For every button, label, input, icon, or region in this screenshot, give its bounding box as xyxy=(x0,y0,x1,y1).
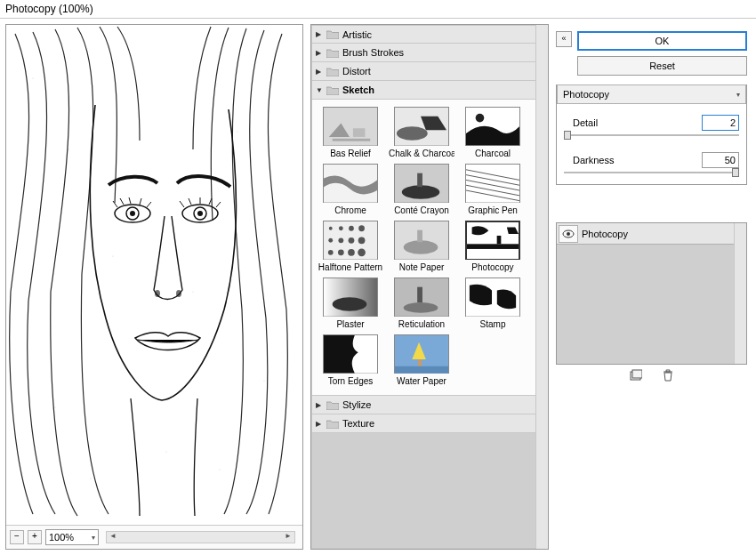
detail-label: Detail xyxy=(564,117,598,128)
darkness-input[interactable] xyxy=(702,152,739,168)
filter-thumb-torn-edges[interactable]: Torn Edges xyxy=(318,334,383,386)
preview-horizontal-scrollbar[interactable]: ◄ ► xyxy=(106,531,295,543)
category-sketch[interactable]: ▼ Sketch xyxy=(311,81,548,100)
scroll-right-icon[interactable]: ► xyxy=(282,532,294,543)
filter-thumb-chalk-charcoal[interactable]: Chalk & Charcoal xyxy=(389,107,454,158)
category-label: Texture xyxy=(342,418,374,429)
filter-thumbnail xyxy=(323,107,378,146)
filter-thumbnail xyxy=(323,221,378,260)
preview-image[interactable] xyxy=(6,25,291,519)
filter-thumb-plaster[interactable]: Plaster xyxy=(318,278,383,329)
svg-point-48 xyxy=(329,227,333,230)
category-texture[interactable]: ▶ Texture xyxy=(311,414,548,433)
filter-thumb-note-paper[interactable]: Note Paper xyxy=(389,221,454,272)
triangle-right-icon: ▶ xyxy=(316,420,323,428)
category-artistic[interactable]: ▶ Artistic xyxy=(311,25,548,44)
filter-thumbnail xyxy=(394,107,449,146)
category-brush-strokes[interactable]: ▶ Brush Strokes xyxy=(311,44,548,62)
filter-thumb-conte-crayon[interactable]: Conté Crayon xyxy=(389,164,454,215)
layer-row-photocopy[interactable]: Photocopy xyxy=(557,223,746,245)
filter-thumbnail xyxy=(394,278,449,317)
zoom-value: 100% xyxy=(49,532,74,543)
filter-thumb-charcoal[interactable]: Charcoal xyxy=(460,107,526,158)
darkness-slider[interactable] xyxy=(564,172,739,173)
filter-thumbnail xyxy=(323,164,378,203)
chevron-down-icon: ▾ xyxy=(92,534,95,542)
filter-thumb-reticulation[interactable]: Reticulation xyxy=(389,278,454,329)
gallery-empty-area xyxy=(311,433,548,549)
collapse-toggle-button[interactable]: « xyxy=(556,31,572,47)
svg-rect-64 xyxy=(467,244,519,249)
delete-layer-icon[interactable] xyxy=(662,369,674,382)
svg-point-3 xyxy=(130,211,135,216)
svg-point-39 xyxy=(402,185,440,198)
category-distort[interactable]: ▶ Distort xyxy=(311,62,548,81)
filter-gallery-panel: ▶ Artistic ▶ Brush Strokes ▶ Distort ▼ S… xyxy=(310,24,549,550)
svg-point-51 xyxy=(358,225,365,231)
svg-point-25 xyxy=(54,406,55,407)
filter-thumb-photocopy[interactable]: Photocopy xyxy=(460,221,526,272)
category-label: Sketch xyxy=(342,84,374,95)
svg-point-79 xyxy=(567,232,570,236)
scroll-left-icon[interactable]: ◄ xyxy=(107,532,119,543)
detail-slider[interactable] xyxy=(564,134,739,136)
filter-label: Conté Crayon xyxy=(389,205,454,215)
triangle-right-icon: ▶ xyxy=(316,68,323,76)
filter-select[interactable]: Photocopy ▾ xyxy=(557,84,746,104)
svg-point-52 xyxy=(328,238,333,243)
chevron-down-icon: ▾ xyxy=(736,91,740,99)
svg-rect-62 xyxy=(417,230,422,243)
svg-point-26 xyxy=(165,451,166,452)
svg-rect-81 xyxy=(632,370,642,378)
svg-rect-65 xyxy=(497,236,502,244)
filter-label: Charcoal xyxy=(460,149,526,158)
folder-icon xyxy=(326,48,339,58)
filter-thumb-bas-relief[interactable]: Bas Relief xyxy=(318,107,383,158)
zoom-in-button[interactable]: + xyxy=(28,530,42,544)
svg-point-21 xyxy=(112,255,113,256)
filter-label: Chalk & Charcoal xyxy=(389,149,454,158)
filter-label: Bas Relief xyxy=(318,149,383,158)
filter-label: Photocopy xyxy=(460,262,526,272)
svg-point-53 xyxy=(338,237,343,243)
zoom-out-button[interactable]: − xyxy=(10,530,24,544)
category-label: Brush Strokes xyxy=(342,47,404,58)
filter-thumb-water-paper[interactable]: Water Paper xyxy=(389,334,454,386)
svg-rect-76 xyxy=(418,359,422,366)
darkness-label: Darkness xyxy=(564,155,614,165)
svg-point-61 xyxy=(404,240,438,253)
svg-point-54 xyxy=(349,237,355,244)
zoom-level-select[interactable]: 100% ▾ xyxy=(45,529,99,545)
gallery-vertical-scrollbar[interactable] xyxy=(535,25,548,549)
filter-label: Note Paper xyxy=(389,262,454,272)
ok-button[interactable]: OK xyxy=(577,31,747,51)
new-layer-icon[interactable] xyxy=(630,369,642,382)
category-label: Artistic xyxy=(342,29,372,40)
slider-thumb[interactable] xyxy=(564,131,571,140)
reset-button[interactable]: Reset xyxy=(577,56,747,76)
svg-point-23 xyxy=(237,131,237,132)
preview-panel: − + 100% ▾ ◄ ► xyxy=(5,24,303,550)
svg-point-55 xyxy=(358,237,366,244)
svg-rect-77 xyxy=(395,366,448,374)
layers-vertical-scrollbar[interactable] xyxy=(734,223,746,364)
filter-thumbnail xyxy=(465,278,520,317)
filter-thumbnail xyxy=(465,164,520,203)
filter-label: Stamp xyxy=(460,319,526,329)
filter-thumb-graphic-pen[interactable]: Graphic Pen xyxy=(460,164,526,215)
filter-thumbnail xyxy=(394,164,449,203)
filter-thumbnail xyxy=(394,334,449,374)
svg-point-59 xyxy=(358,248,366,256)
svg-point-34 xyxy=(397,126,428,140)
filter-thumbnail xyxy=(465,221,520,260)
visibility-toggle-icon[interactable] xyxy=(559,225,578,243)
filter-thumb-halftone-pattern[interactable]: Halftone Pattern xyxy=(318,221,383,272)
svg-point-22 xyxy=(192,291,193,292)
slider-thumb[interactable] xyxy=(732,168,739,177)
folder-icon xyxy=(326,67,339,76)
detail-input[interactable] xyxy=(702,115,739,131)
filter-thumb-chrome[interactable]: Chrome xyxy=(318,164,383,215)
filter-thumb-stamp[interactable]: Stamp xyxy=(460,278,526,329)
folder-icon xyxy=(326,419,339,429)
category-stylize[interactable]: ▶ Stylize xyxy=(311,396,548,414)
